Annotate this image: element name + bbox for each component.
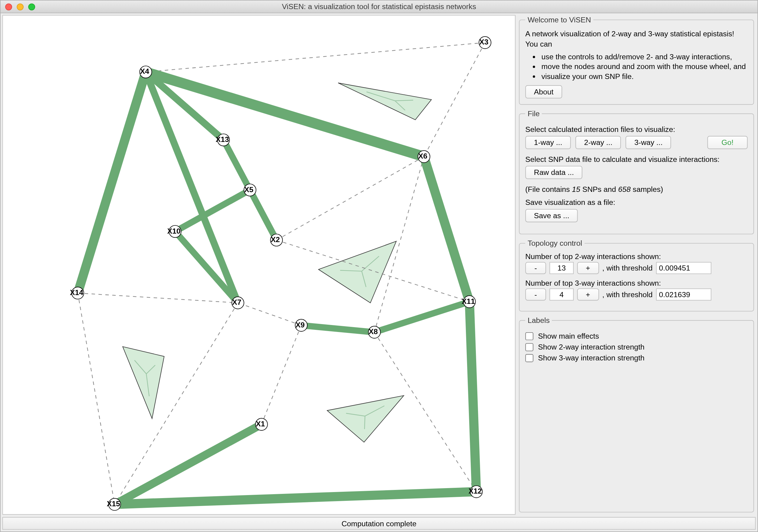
dashed-edge (276, 157, 424, 240)
three-way-minus-button[interactable]: - (525, 288, 546, 301)
show-2way-label: Show 2-way interaction strength (538, 343, 644, 351)
edge-2way (146, 72, 424, 157)
minimize-icon[interactable] (17, 3, 24, 10)
dashed-edge (374, 157, 424, 332)
show-3way-row[interactable]: Show 3-way interaction strength (525, 353, 747, 362)
node-x10[interactable] (169, 225, 182, 238)
traffic-lights (1, 3, 35, 10)
two-way-threshold-label: , with threshold (602, 264, 652, 273)
two-way-button[interactable]: 2-way ... (575, 136, 621, 149)
go-button[interactable]: Go! (707, 136, 748, 149)
node-x4[interactable] (139, 66, 152, 78)
node-x15[interactable] (108, 498, 121, 511)
three-way-count-input[interactable] (549, 288, 574, 301)
select-snp-label: Select SNP data file to calculate and vi… (525, 155, 747, 164)
topology-legend: Topology control (525, 239, 584, 248)
show-main-effects-row[interactable]: Show main effects (525, 332, 747, 341)
welcome-legend: Welcome to ViSEN (525, 16, 593, 24)
close-icon[interactable] (5, 3, 12, 10)
sample-count: 658 (618, 185, 631, 194)
file-legend: File (525, 110, 542, 118)
node-x12[interactable] (470, 485, 483, 498)
about-button[interactable]: About (525, 85, 562, 99)
edge-2way (301, 325, 374, 332)
node-x14[interactable] (71, 286, 84, 299)
one-way-button[interactable]: 1-way ... (525, 136, 571, 149)
labels-panel: Labels Show main effects Show 2-way inte… (519, 316, 754, 513)
edge-2way (175, 190, 250, 231)
two-way-count-input[interactable] (549, 262, 574, 274)
welcome-intro: A network visualization of 2-way and 3-w… (525, 29, 747, 49)
triangle-3way (338, 83, 431, 120)
three-way-plus-button[interactable]: + (577, 288, 599, 301)
three-way-row: - + , with threshold (525, 288, 747, 301)
save-as-button[interactable]: Save as ... (525, 209, 578, 222)
select-calc-label: Select calculated interaction files to v… (525, 125, 747, 134)
network-svg (3, 16, 515, 514)
two-way-minus-button[interactable]: - (525, 262, 546, 274)
node-x11[interactable] (463, 295, 476, 308)
three-way-button[interactable]: 3-way ... (626, 136, 672, 149)
two-way-threshold-input[interactable] (656, 262, 711, 274)
edge-2way (78, 72, 146, 293)
node-x13[interactable] (217, 133, 230, 146)
two-way-label: Number of top 2-way interactions shown: (525, 252, 747, 261)
show-main-effects-checkbox[interactable] (525, 332, 534, 340)
node-x3[interactable] (479, 36, 491, 49)
file-panel: File Select calculated interaction files… (519, 110, 754, 235)
save-row: Save as ... (525, 209, 747, 222)
dashed-edge (78, 293, 238, 303)
file-info: (File contains 15 SNPs and 658 samples) (525, 185, 747, 194)
app-window: ViSEN: a visualization tool for statisti… (0, 0, 758, 532)
triangle-spoke (364, 416, 365, 429)
edge-2way (175, 231, 238, 303)
file-info-suffix: samples) (631, 185, 663, 194)
save-label: Save visualization as a file: (525, 198, 747, 207)
node-x7[interactable] (231, 297, 244, 309)
node-x1[interactable] (255, 418, 268, 431)
show-main-effects-label: Show main effects (538, 332, 599, 341)
three-way-threshold-label: , with threshold (602, 290, 652, 299)
content-area: X3X4X13X6X5X10X2X14X7X11X9X8X1X12X15 Wel… (1, 13, 757, 515)
status-bar: Computation complete (2, 517, 756, 530)
node-x5[interactable] (244, 184, 257, 196)
show-2way-row[interactable]: Show 2-way interaction strength (525, 343, 747, 351)
dashed-edge (238, 303, 301, 325)
edge-2way (115, 424, 261, 504)
welcome-bullet: move the nodes around and zoom with the … (541, 62, 748, 71)
triangle-3way (122, 347, 164, 418)
two-way-plus-button[interactable]: + (577, 262, 599, 274)
topology-panel: Topology control Number of top 2-way int… (519, 239, 754, 312)
titlebar[interactable]: ViSEN: a visualization tool for statisti… (1, 1, 757, 13)
status-text: Computation complete (341, 519, 417, 528)
welcome-panel: Welcome to ViSEN A network visualization… (519, 16, 754, 105)
calc-file-row: 1-way ... 2-way ... 3-way ... Go! (525, 136, 747, 149)
two-way-row: - + , with threshold (525, 262, 747, 274)
show-3way-label: Show 3-way interaction strength (538, 353, 644, 362)
show-3way-checkbox[interactable] (525, 354, 534, 362)
dashed-edge (78, 293, 115, 504)
file-info-mid: SNPs and (580, 185, 618, 194)
triangle-3way (327, 395, 404, 442)
node-x6[interactable] (417, 150, 430, 163)
edge-2way (424, 157, 469, 302)
snp-count: 15 (572, 185, 580, 194)
edge-2way (115, 492, 476, 505)
raw-data-button[interactable]: Raw data ... (525, 166, 582, 179)
edge-2way (469, 302, 476, 492)
node-x2[interactable] (270, 234, 283, 246)
node-x8[interactable] (368, 326, 381, 339)
window-title: ViSEN: a visualization tool for statisti… (1, 2, 757, 11)
network-canvas[interactable]: X3X4X13X6X5X10X2X14X7X11X9X8X1X12X15 (2, 15, 516, 515)
edge-2way (250, 190, 277, 240)
triangle-3way (319, 241, 396, 303)
edge-2way (224, 140, 250, 190)
zoom-icon[interactable] (28, 3, 35, 10)
dashed-edge (146, 43, 485, 72)
show-2way-checkbox[interactable] (525, 343, 534, 351)
welcome-list: use the controls to add/remove 2- and 3-… (541, 52, 748, 81)
node-x9[interactable] (295, 319, 308, 332)
three-way-threshold-input[interactable] (656, 288, 711, 301)
file-info-prefix: (File contains (525, 185, 572, 194)
welcome-bullet: use the controls to add/remove 2- and 3-… (541, 52, 748, 61)
